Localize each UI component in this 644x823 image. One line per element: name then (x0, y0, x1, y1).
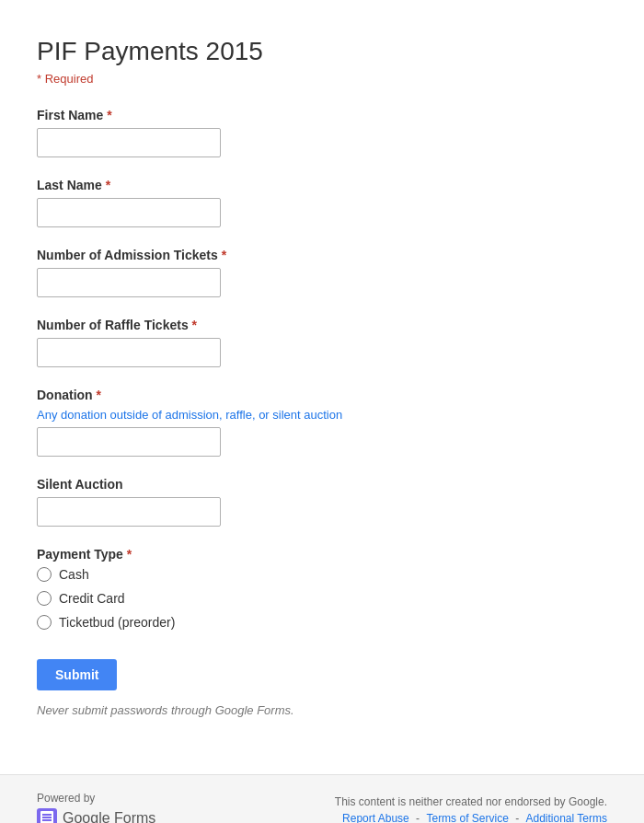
first-name-input[interactable] (37, 128, 221, 157)
payment-option-ticketbud[interactable]: Ticketbud (preorder) (37, 615, 607, 630)
payment-option-cash[interactable]: Cash (37, 567, 607, 582)
donation-input[interactable] (37, 427, 221, 457)
google-forms-icon (37, 808, 57, 823)
page-title: PIF Payments 2015 (37, 37, 607, 66)
report-abuse-link[interactable]: Report Abuse (342, 812, 409, 823)
admission-required-star: * (222, 248, 226, 262)
payment-option-credit-card[interactable]: Credit Card (37, 591, 607, 606)
radio-credit-card[interactable] (37, 591, 52, 606)
footer-left: Powered by Google Forms (37, 792, 155, 823)
last-name-input[interactable] (37, 198, 221, 227)
radio-ticketbud[interactable] (37, 615, 52, 630)
separator-1: - (416, 812, 422, 823)
google-forms-name: Google Forms (63, 810, 155, 823)
submit-button[interactable]: Submit (37, 659, 117, 690)
never-submit-note: Never submit passwords through Google Fo… (37, 703, 607, 717)
payment-type-label: Payment Type * (37, 547, 607, 562)
submit-group: Submit Never submit passwords through Go… (37, 650, 607, 717)
additional-terms-link[interactable]: Additional Terms (526, 812, 608, 823)
payment-type-group: Payment Type * Cash Credit Card Ticketbu… (37, 547, 607, 630)
footer-links: Report Abuse - Terms of Service - Additi… (335, 812, 607, 823)
silent-auction-label: Silent Auction (37, 477, 607, 492)
payment-type-radio-group: Cash Credit Card Ticketbud (preorder) (37, 567, 607, 630)
last-name-required-star: * (106, 178, 110, 192)
silent-auction-group: Silent Auction (37, 477, 607, 527)
raffle-tickets-label: Number of Raffle Tickets * (37, 318, 607, 332)
payment-required-star: * (127, 547, 132, 562)
powered-by-text: Powered by (37, 792, 155, 805)
donation-label: Donation * (37, 388, 607, 402)
donation-hint: Any donation outside of admission, raffl… (37, 408, 607, 422)
footer: Powered by Google Forms This content is … (0, 775, 644, 823)
radio-credit-card-label: Credit Card (59, 591, 125, 606)
last-name-label: Last Name * (37, 178, 607, 192)
radio-cash-label: Cash (59, 567, 89, 582)
radio-ticketbud-label: Ticketbud (preorder) (59, 615, 175, 630)
first-name-label: First Name * (37, 108, 607, 122)
silent-auction-input[interactable] (37, 497, 221, 527)
last-name-group: Last Name * (37, 178, 607, 227)
admission-tickets-input[interactable] (37, 268, 221, 297)
separator-2: - (515, 812, 522, 823)
required-note: * Required (37, 72, 607, 86)
first-name-group: First Name * (37, 108, 607, 157)
admission-tickets-label: Number of Admission Tickets * (37, 248, 607, 262)
footer-disclaimer: This content is neither created nor endo… (335, 795, 607, 808)
admission-tickets-group: Number of Admission Tickets * (37, 248, 607, 297)
raffle-required-star: * (192, 318, 197, 332)
terms-of-service-link[interactable]: Terms of Service (426, 812, 508, 823)
raffle-tickets-group: Number of Raffle Tickets * (37, 318, 607, 367)
donation-required-star: * (97, 388, 101, 402)
footer-right: This content is neither created nor endo… (335, 795, 607, 823)
google-forms-logo: Google Forms (37, 808, 155, 823)
google-forms-icon-inner (40, 811, 53, 823)
first-name-required-star: * (107, 108, 111, 122)
donation-group: Donation * Any donation outside of admis… (37, 388, 607, 457)
radio-cash[interactable] (37, 567, 52, 582)
raffle-tickets-input[interactable] (37, 338, 221, 367)
